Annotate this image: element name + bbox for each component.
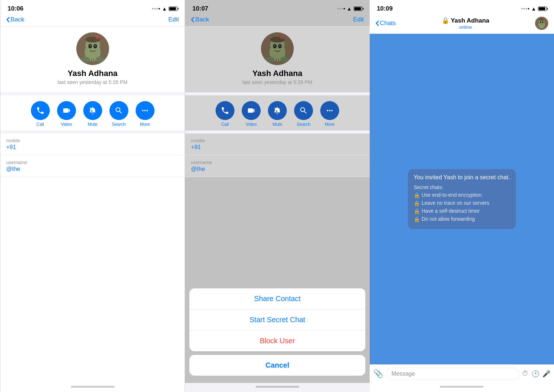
block-user-button[interactable]: Block User xyxy=(189,331,365,351)
lock-icon-3: 🔒 xyxy=(414,208,420,214)
secret-chat-invite-text: You invited Yash to join a secret chat. xyxy=(414,174,510,181)
username-value-1[interactable]: @the xyxy=(6,166,179,172)
mobile-value-2[interactable]: +91 xyxy=(191,144,364,151)
nav-bar-1: Back Edit xyxy=(0,15,185,27)
search-button-2[interactable]: Search xyxy=(294,101,313,127)
feature-no-forward: 🔒 Do not allow forwarding xyxy=(414,216,510,222)
action-buttons-2: Call Video Mute Search More xyxy=(185,95,369,133)
time-2: 10:07 xyxy=(192,5,208,12)
status-icons-1: ▲ xyxy=(152,6,177,12)
edit-button-1[interactable]: Edit xyxy=(168,16,179,23)
battery-icon xyxy=(169,7,177,11)
profile-section-2: Yash Adhana last seen yesterday at 5:26 … xyxy=(185,27,369,95)
svg-point-10 xyxy=(96,57,104,63)
chats-back-button[interactable]: Chats xyxy=(376,20,396,27)
edit-button-2[interactable]: Edit xyxy=(353,16,364,23)
home-bar-1 xyxy=(71,386,115,388)
svg-point-30 xyxy=(542,21,543,23)
username-label-1: username xyxy=(6,160,179,165)
call-button-1[interactable]: Call xyxy=(31,101,50,127)
info-row-username-2: username @the xyxy=(185,155,369,177)
username-label-2: username xyxy=(191,160,364,165)
svg-rect-8 xyxy=(89,57,96,61)
share-contact-button[interactable]: Share Contact xyxy=(189,288,365,309)
mute-label-1: Mute xyxy=(88,122,97,127)
phone2: 10:07 ▲ Back Edit xyxy=(185,0,369,392)
video-label-1: Video xyxy=(61,122,72,127)
start-secret-chat-button[interactable]: Start Secret Chat xyxy=(189,309,365,331)
secret-chat-bubble: You invited Yash to join a secret chat. … xyxy=(408,169,516,229)
home-indicator-1 xyxy=(0,383,185,392)
video-button-1[interactable]: Video xyxy=(57,101,76,127)
call-button-2[interactable]: Call xyxy=(216,101,234,127)
action-sheet-cancel: Cancel xyxy=(189,355,365,376)
search-label-1: Search xyxy=(112,122,126,127)
message-input[interactable]: Message xyxy=(386,368,519,380)
phone1: 10:06 ▲ Back Edit xyxy=(0,0,185,392)
info-row-username-1: username @the xyxy=(0,155,185,177)
lock-icon-1: 🔒 xyxy=(414,192,420,198)
call-label-1: Call xyxy=(36,122,44,127)
phone3: 10:09 ▲ Chats 🔒 Yash Adhana xyxy=(370,0,554,392)
attach-button[interactable]: 📎 xyxy=(373,369,383,379)
more-label-1: More xyxy=(140,122,150,127)
battery-icon-3 xyxy=(538,7,547,11)
svg-point-18 xyxy=(274,45,276,47)
clock-icon[interactable]: 🕐 xyxy=(531,370,539,378)
profile-section-1: Yash Adhana last seen yesterday at 5:26 … xyxy=(0,27,185,95)
svg-point-19 xyxy=(279,45,281,47)
more-label-2: More xyxy=(325,122,334,127)
chats-back-label: Chats xyxy=(380,20,396,27)
profile-name-2: Yash Adhana xyxy=(252,69,302,78)
chat-nav: Chats 🔒 Yash Adhana online xyxy=(370,15,554,34)
mobile-value-1[interactable]: +91 xyxy=(6,144,179,151)
profile-name-1: Yash Adhana xyxy=(68,69,117,78)
more-button-2[interactable]: More xyxy=(320,101,339,127)
cancel-button[interactable]: Cancel xyxy=(189,355,365,376)
username-value-2[interactable]: @the xyxy=(191,166,364,172)
svg-point-29 xyxy=(540,21,541,23)
home-bar-3 xyxy=(440,386,483,388)
info-section-1: mobile +91 username @the xyxy=(0,133,185,383)
phone2-overlay: Share Contact Start Secret Chat Block Us… xyxy=(185,177,369,383)
svg-point-9 xyxy=(81,57,90,63)
mute-label-2: Mute xyxy=(273,122,282,127)
chat-title: 🔒 Yash Adhana online xyxy=(398,17,533,30)
video-button-2[interactable]: Video xyxy=(242,101,261,127)
more-button-1[interactable]: More xyxy=(136,101,154,127)
mobile-label-2: mobile xyxy=(191,138,364,143)
chat-avatar[interactable] xyxy=(535,17,548,30)
back-button-1[interactable]: Back xyxy=(6,16,24,23)
action-buttons-1: Call Video Mute Search M xyxy=(0,95,185,133)
home-indicator-3 xyxy=(370,383,554,392)
avatar-1 xyxy=(76,32,109,65)
microphone-icon[interactable]: 🎤 xyxy=(542,370,550,378)
timer-icon[interactable]: ⏱ xyxy=(522,370,529,378)
profile-status-1: last seen yesterday at 5:26 PM xyxy=(58,79,128,85)
action-sheet: Share Contact Start Secret Chat Block Us… xyxy=(189,288,365,351)
svg-point-23 xyxy=(280,57,289,63)
mute-button-2[interactable]: Mute xyxy=(268,101,287,127)
status-bar-3: 10:09 ▲ xyxy=(370,0,554,15)
search-button-1[interactable]: Search xyxy=(109,101,128,127)
time-3: 10:09 xyxy=(377,5,393,12)
signal-icon-3 xyxy=(521,8,529,9)
feature-encryption: 🔒 Use end-to-end encryption xyxy=(414,192,510,198)
status-bar-1: 10:06 ▲ xyxy=(0,0,185,15)
info-row-mobile-2: mobile +91 xyxy=(185,133,369,155)
status-bar-2: 10:07 ▲ xyxy=(185,0,369,15)
svg-point-6 xyxy=(95,45,96,47)
time-1: 10:06 xyxy=(8,5,23,12)
signal-icon-2 xyxy=(337,8,345,9)
info-row-mobile-1: mobile +91 xyxy=(0,133,185,155)
secret-chats-subtitle: Secret chats: xyxy=(414,184,510,190)
mobile-label-1: mobile xyxy=(6,138,179,143)
message-placeholder: Message xyxy=(392,371,415,377)
search-label-2: Search xyxy=(297,122,310,127)
back-button-2[interactable]: Back xyxy=(191,16,209,23)
nav-bar-2: Back Edit xyxy=(185,15,369,27)
lock-icon: 🔒 xyxy=(442,17,449,24)
mute-button-1[interactable]: Mute xyxy=(83,101,102,127)
svg-point-5 xyxy=(89,45,91,47)
lock-icon-2: 🔒 xyxy=(414,200,420,206)
